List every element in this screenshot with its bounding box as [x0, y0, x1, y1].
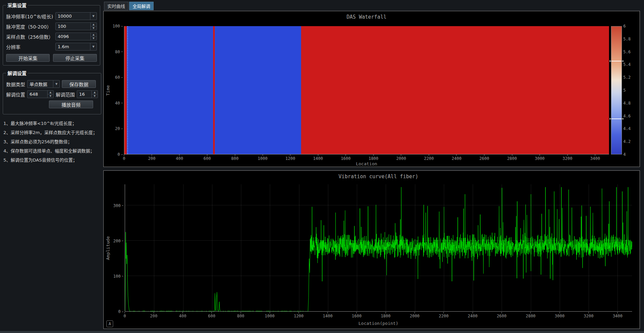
pulse-width-row: 脉冲宽度（50-200） 100 ▲ ▼	[6, 22, 97, 30]
waterfall-plot[interactable]	[124, 26, 609, 154]
tab-global-demodulation[interactable]: 全局解调	[129, 2, 154, 10]
play-audio-button[interactable]: 播放音频	[49, 100, 93, 108]
grid-line	[531, 184, 531, 311]
chart-title: Vibration curve(All fiber)	[125, 173, 632, 180]
xtick-label: 1800	[368, 154, 378, 161]
demodulation-settings-title: 解调设置	[6, 70, 28, 76]
grid-line	[357, 184, 357, 311]
ytick-label: 100	[113, 274, 123, 279]
grid-line	[125, 240, 632, 241]
sample-points-spinbox[interactable]: 4096 ▲ ▼	[55, 33, 97, 40]
colorbar-tick-label: 5.8	[623, 37, 631, 41]
spin-buttons: ▲ ▼	[47, 91, 53, 98]
dropdown-arrow-icon[interactable]: ▼	[90, 43, 97, 50]
y-axis: 0100200300	[110, 184, 123, 312]
auto-range-button[interactable]: A	[106, 320, 113, 327]
vibration-curve-panel: Vibration curve(All fiber) Amplitude 010…	[103, 170, 640, 329]
demodulation-settings-group: 解调设置 数据类型 单点数据 ▼ 保存数据 解调位置 648 ▲ ▼	[3, 70, 101, 114]
colorbar[interactable]	[611, 26, 622, 154]
grid-line	[125, 205, 632, 205]
colorbar-tick-label: 5.4	[623, 62, 631, 67]
save-data-button[interactable]: 保存数据	[62, 80, 96, 88]
demod-position-label: 解调位置	[6, 91, 25, 98]
xtick-label: 3400	[613, 312, 623, 318]
pulse-width-spinbox[interactable]: 100 ▲ ▼	[55, 22, 97, 30]
xtick-label: 600	[208, 312, 215, 318]
waterfall-marker-line[interactable]	[127, 26, 128, 154]
grid-line	[617, 184, 618, 311]
grid-line	[328, 184, 328, 311]
xtick-label: 0	[123, 312, 126, 318]
colorbar-level-handle[interactable]	[611, 61, 622, 61]
stop-acquisition-button[interactable]: 停止采集	[53, 54, 97, 62]
xtick-label: 3000	[535, 154, 545, 161]
spin-buttons: ▲ ▼	[90, 23, 97, 30]
grid-line	[212, 184, 212, 311]
xtick-label: 2800	[507, 154, 517, 161]
spin-down-button[interactable]: ▼	[92, 94, 98, 98]
xtick-label: 1600	[352, 312, 362, 318]
colorbar-tick-label: 4.2	[623, 139, 631, 144]
pulse-frequency-combobox[interactable]: 10000 ▼	[55, 12, 97, 20]
spin-up-button[interactable]: ▲	[91, 23, 97, 26]
vibration-plot[interactable]	[125, 184, 632, 312]
grid-line	[473, 184, 473, 311]
colorbar-tick-label: 4.4	[623, 126, 631, 131]
grid-line	[589, 184, 589, 311]
xtick-label: 600	[204, 154, 211, 161]
grid-line	[183, 184, 184, 311]
spinbox-value: 648	[28, 92, 47, 97]
resolution-label: 分辨率	[6, 43, 53, 50]
note-line: 2、采样分辨率2m，采样点数应大于光缆长度；	[3, 129, 98, 135]
chart-title: DAS Waterfall	[124, 14, 609, 20]
dropdown-arrow-icon[interactable]: ▼	[53, 80, 59, 88]
x-axis-label: Location(point)	[125, 321, 632, 326]
demod-position-spinbox[interactable]: 648 ▲ ▼	[27, 90, 54, 98]
spin-up-button[interactable]: ▲	[48, 91, 53, 94]
grid-line	[299, 184, 299, 311]
spin-down-button[interactable]: ▼	[91, 37, 97, 40]
start-acquisition-button[interactable]: 开始采集	[6, 54, 50, 62]
xtick-label: 0	[123, 154, 125, 161]
y-axis: 020406080100	[110, 26, 123, 154]
resolution-row: 分辨率 1.6m ▼	[6, 43, 97, 51]
combobox-value: 10000	[56, 14, 90, 19]
colorbar-level-handle[interactable]	[611, 118, 622, 119]
xtick-label: 1400	[323, 312, 333, 318]
note-line: 1、最大脉冲频率<10^8/光缆长度；	[3, 120, 98, 126]
spin-buttons: ▲ ▼	[90, 33, 97, 40]
tab-realtime-curve[interactable]: 实时曲线	[104, 2, 128, 10]
xtick-label: 2200	[439, 312, 449, 318]
data-type-row: 数据类型 单点数据 ▼ 保存数据	[6, 80, 98, 88]
colorbar-tick-label: 5	[623, 88, 626, 93]
vibration-curve-canvas	[125, 184, 632, 312]
acquisition-settings-group: 采集设置 脉冲频率(10^8/缆长) 10000 ▼ 脉冲宽度（50-200） …	[3, 2, 100, 66]
xtick-label: 3200	[584, 312, 594, 318]
spin-down-button[interactable]: ▼	[48, 94, 53, 98]
demod-range-label: 解调范围	[56, 91, 75, 98]
xtick-label: 2600	[497, 312, 507, 318]
xtick-label: 2200	[424, 154, 434, 161]
resolution-combobox[interactable]: 1.6m ▼	[55, 43, 97, 51]
sidebar: 采集设置 脉冲频率(10^8/缆长) 10000 ▼ 脉冲宽度（50-200） …	[0, 0, 101, 331]
xtick-label: 200	[148, 154, 156, 161]
ytick-label: 80	[115, 50, 123, 54]
colorbar-tick-label: 5.6	[623, 50, 631, 54]
combobox-value: 1.6m	[56, 44, 90, 49]
spin-up-button[interactable]: ▲	[91, 33, 97, 37]
app-window: 采集设置 脉冲频率(10^8/缆长) 10000 ▼ 脉冲宽度（50-200） …	[0, 0, 644, 331]
xtick-label: 400	[176, 154, 183, 161]
note-line: 4、保存数据可选择单点、幅度和全解调数据；	[3, 147, 98, 154]
pulse-frequency-label: 脉冲频率(10^8/缆长)	[6, 13, 53, 20]
demod-range-spinbox[interactable]: 16 ▲ ▼	[77, 90, 98, 98]
grid-line	[154, 184, 154, 311]
spinbox-value: 100	[56, 24, 90, 29]
spin-up-button[interactable]: ▲	[92, 91, 98, 94]
acquisition-buttons-row: 开始采集 停止采集	[6, 54, 97, 62]
xtick-label: 1000	[258, 154, 267, 161]
data-type-combobox[interactable]: 单点数据 ▼	[27, 80, 60, 88]
dropdown-arrow-icon[interactable]: ▼	[90, 13, 97, 20]
xtick-label: 2400	[452, 154, 462, 161]
xtick-label: 2000	[410, 312, 420, 318]
spin-down-button[interactable]: ▼	[91, 26, 97, 30]
